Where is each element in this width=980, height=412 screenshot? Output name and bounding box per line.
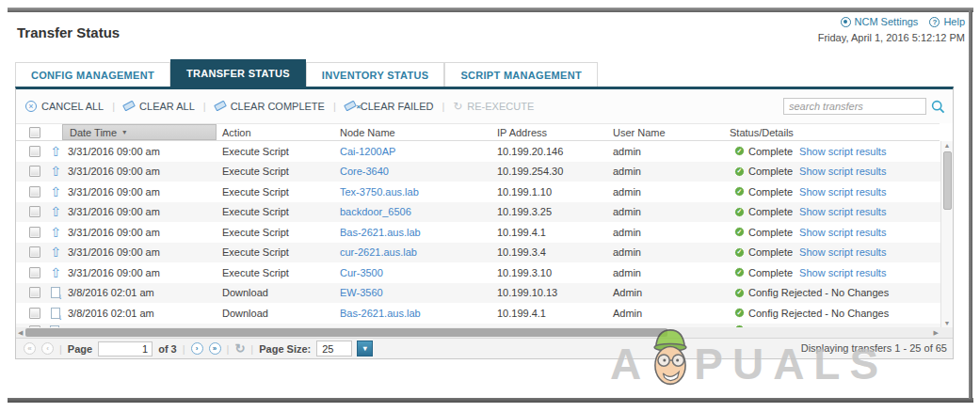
cell-user-name: admin [613, 243, 641, 263]
cell-ip-address: 10.199.3.25 [497, 202, 552, 223]
cell-checkbox [29, 182, 40, 202]
top-links: NCM Settings ? Help [841, 16, 965, 27]
status-complete-icon [734, 186, 745, 197]
show-script-results-link[interactable]: Show script results [799, 146, 886, 157]
cell-action: Execute Script [222, 162, 289, 182]
cell-checkbox [29, 222, 40, 243]
row-checkbox[interactable] [29, 267, 40, 278]
tab-inventory-status[interactable]: INVENTORY STATUS [306, 62, 445, 87]
node-link[interactable]: Cai-1200AP [340, 146, 395, 157]
cell-user-name: Admin [613, 303, 642, 324]
cell-checkbox [29, 141, 40, 162]
cell-user-name: Admin [613, 283, 642, 304]
execute-script-icon [50, 266, 61, 279]
node-link[interactable]: Core-3640 [340, 166, 389, 177]
execute-script-icon [50, 165, 61, 178]
pager-divider: | [59, 343, 62, 355]
page-size-dropdown-button[interactable] [357, 341, 373, 357]
row-checkbox[interactable] [29, 166, 40, 177]
node-link[interactable]: Cur-3500 [340, 267, 383, 278]
page-size-value[interactable]: 25 [316, 341, 352, 357]
ncm-settings-label: NCM Settings [855, 16, 919, 27]
horizontal-scrollbar[interactable]: ◀ ▶ [16, 327, 940, 338]
show-script-results-link[interactable]: Show script results [799, 186, 886, 198]
cancel-all-button[interactable]: CANCEL ALL [25, 101, 104, 112]
node-link[interactable]: backdoor_6506 [340, 206, 411, 217]
toolbar-button-label: RE-EXECUTE [467, 101, 534, 112]
previous-page-button[interactable]: ‹ [41, 342, 54, 355]
column-header-node-name[interactable]: Node Name [340, 124, 395, 140]
cell-action: Execute Script [222, 262, 289, 283]
node-link[interactable]: Tex-3750.aus.lab [340, 186, 419, 198]
column-header-status-details[interactable]: Status/Details [730, 124, 794, 140]
show-script-results-link[interactable]: Show script results [799, 246, 886, 258]
tab-config-management[interactable]: CONFIG MANAGEMENT [15, 62, 170, 87]
next-page-button[interactable]: › [191, 342, 203, 355]
pager-divider: | [227, 343, 230, 355]
download-icon [51, 308, 60, 319]
clear-all-button[interactable]: CLEAR ALL [123, 101, 195, 112]
cell-date-time: 3/31/2016 09:00 am [68, 141, 160, 162]
row-checkbox[interactable] [29, 206, 40, 217]
row-checkbox[interactable] [29, 186, 40, 198]
table-row: 3/31/2016 09:00 amExecute ScriptTex-3750… [16, 182, 940, 202]
cell-date-time: 3/8/2016 02:01 am [68, 283, 154, 304]
scroll-down-arrow-icon[interactable]: ▼ [941, 320, 953, 326]
scroll-right-arrow-icon[interactable]: ▶ [934, 327, 939, 338]
clear-complete-button[interactable]: CLEAR COMPLETE [215, 101, 325, 112]
cell-ip-address: 10.199.1.10 [497, 182, 552, 202]
page-label: Page [68, 343, 92, 355]
refresh-icon[interactable] [234, 342, 245, 355]
row-checkbox[interactable] [29, 227, 40, 238]
column-header-date-time[interactable]: Date Time [62, 124, 217, 140]
row-checkbox[interactable] [29, 287, 40, 298]
download-icon [51, 287, 60, 298]
cell-transfer-type [48, 283, 63, 304]
cell-ip-address: 10.199.20.146 [497, 141, 563, 162]
status-text: Complete [748, 246, 793, 258]
scrollbar-corner [940, 327, 953, 338]
status-complete-icon [734, 267, 745, 277]
execute-script-icon [50, 145, 61, 158]
page-number-input[interactable] [98, 341, 153, 357]
column-header-user-name[interactable]: User Name [613, 124, 666, 140]
cell-date-time: 3/8/2016 02:01 am [68, 303, 154, 324]
tab-bar: CONFIG MANAGEMENTTRANSFER STATUSINVENTOR… [15, 62, 598, 87]
cell-status-details: CompleteShow script results [734, 222, 886, 243]
select-all-checkbox[interactable] [29, 127, 40, 138]
clear-failed-button[interactable]: CLEAR FAILED [345, 101, 434, 112]
row-checkbox[interactable] [29, 246, 40, 258]
show-script-results-link[interactable]: Show script results [799, 166, 886, 177]
search-input[interactable] [783, 98, 926, 115]
help-link[interactable]: ? Help [929, 16, 965, 27]
cell-action: Execute Script [222, 141, 289, 162]
scroll-left-arrow-icon[interactable]: ◀ [18, 327, 23, 338]
vertical-scrollbar[interactable]: ▲ ▼ [940, 141, 953, 327]
execute-script-icon [50, 246, 61, 259]
horizontal-scroll-thumb[interactable] [25, 328, 667, 337]
node-link[interactable]: Bas-2621.aus.lab [340, 308, 421, 319]
cell-transfer-type [48, 303, 63, 324]
column-header-action[interactable]: Action [222, 124, 251, 140]
show-script-results-link[interactable]: Show script results [799, 227, 886, 238]
last-page-button[interactable]: » [209, 342, 221, 355]
show-script-results-link[interactable]: Show script results [799, 267, 886, 278]
page-of-label: of 3 [158, 343, 177, 355]
search-icon[interactable] [931, 100, 945, 114]
node-link[interactable]: cur-2621.aus.lab [340, 246, 417, 258]
ncm-settings-link[interactable]: NCM Settings [841, 16, 919, 27]
tab-script-management[interactable]: SCRIPT MANAGEMENT [444, 62, 598, 87]
scroll-up-arrow-icon[interactable]: ▲ [941, 142, 953, 149]
cancel-icon [25, 101, 37, 112]
row-checkbox[interactable] [29, 308, 40, 319]
row-checkbox[interactable] [29, 146, 40, 157]
tab-transfer-status[interactable]: TRANSFER STATUS [170, 59, 306, 87]
show-script-results-link[interactable]: Show script results [799, 206, 886, 217]
vertical-scroll-thumb[interactable] [943, 151, 952, 210]
first-page-button[interactable]: « [24, 342, 36, 355]
table-row: 3/31/2016 09:00 amExecute Scriptbackdoor… [16, 202, 940, 223]
column-header-ip-address[interactable]: IP Address [497, 124, 547, 140]
grid-header: Date Time Action Node Name IP Address Us… [16, 123, 940, 141]
node-link[interactable]: EW-3560 [340, 287, 383, 298]
node-link[interactable]: Bas-2621.aus.lab [340, 227, 421, 238]
